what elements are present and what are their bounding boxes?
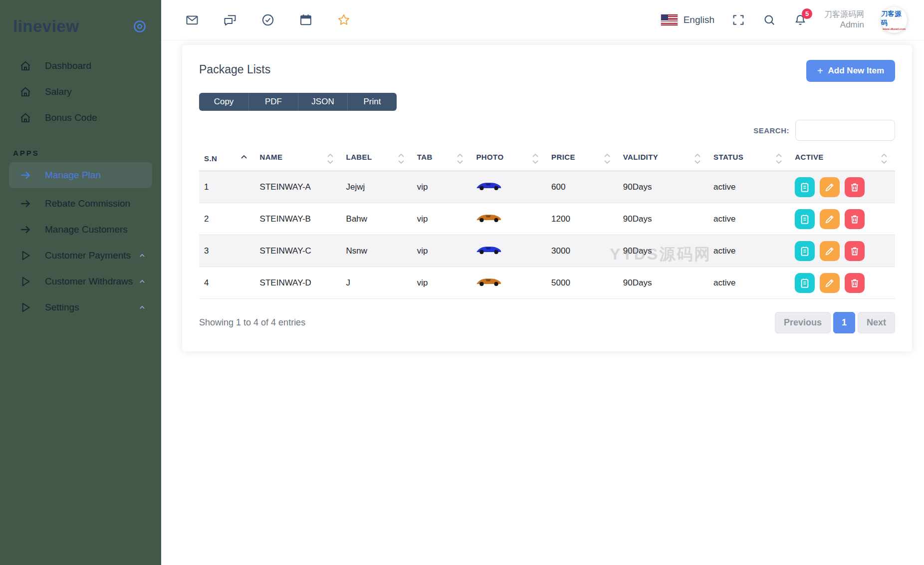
- view-button[interactable]: [795, 209, 815, 229]
- edit-button[interactable]: [820, 209, 840, 229]
- cell-actions: [790, 267, 895, 299]
- cell-sn: 1: [199, 171, 255, 203]
- chevron-up-icon[interactable]: [137, 277, 147, 286]
- car-photo: [476, 244, 502, 256]
- edit-button[interactable]: [820, 241, 840, 261]
- cell-name: STEINWAY-D: [255, 267, 341, 299]
- pagination: Previous 1 Next: [775, 312, 895, 333]
- us-flag-icon: [661, 14, 678, 25]
- delete-button[interactable]: [845, 241, 865, 261]
- sort-desc-icon: [604, 160, 610, 164]
- copy-button[interactable]: Copy: [199, 93, 248, 111]
- calendar-icon[interactable]: [299, 13, 313, 27]
- sidebar-item-dashboard[interactable]: Dashboard: [0, 53, 161, 79]
- cell-validity: 90Days: [618, 235, 708, 267]
- cell-status: active: [708, 203, 790, 235]
- search-icon[interactable]: [762, 13, 776, 27]
- chevron-up-icon[interactable]: [137, 251, 147, 261]
- car-photo: [476, 180, 502, 192]
- sidebar-item-label: Manage Plan: [45, 170, 101, 181]
- view-button[interactable]: [795, 241, 815, 261]
- sidebar-item-label: Manage Customers: [45, 224, 128, 235]
- sidebar-item-label: Customer Payments: [45, 250, 131, 261]
- column-header-sn[interactable]: S.N: [199, 148, 255, 171]
- sidebar-item-label: Customer Withdraws: [45, 276, 133, 287]
- sort-desc-icon: [398, 160, 404, 164]
- cell-actions: [790, 203, 895, 235]
- cell-sn: 2: [199, 203, 255, 235]
- chat-icon[interactable]: [223, 13, 237, 27]
- cell-label: J: [341, 267, 412, 299]
- sidebar-item-settings[interactable]: Settings: [0, 294, 161, 320]
- cell-validity: 90Days: [618, 203, 708, 235]
- check-circle-icon[interactable]: [261, 13, 275, 27]
- chevron-up-icon[interactable]: [137, 302, 147, 312]
- json-button[interactable]: JSON: [298, 93, 347, 111]
- triangle-right-icon: [19, 249, 32, 262]
- sort-asc-icon: [694, 154, 700, 157]
- cell-photo: [471, 203, 546, 235]
- fullscreen-icon[interactable]: [731, 13, 745, 27]
- sidebar-item-label: Salary: [45, 86, 72, 97]
- topbar: English 5 刀客源码网 Admin: [161, 0, 924, 40]
- sidebar-item-manage-plan[interactable]: Manage Plan: [9, 162, 152, 188]
- print-button[interactable]: Print: [347, 93, 397, 111]
- table-header-row: S.N NAME LABEL TAB PHOTO: [199, 148, 895, 171]
- delete-button[interactable]: [845, 273, 865, 293]
- sidebar-toggle-icon[interactable]: [132, 19, 147, 34]
- previous-page-button[interactable]: Previous: [775, 312, 831, 333]
- sort-desc-icon: [881, 160, 887, 164]
- avatar[interactable]: 刀客源码 www.dkewl.com: [881, 7, 907, 33]
- arrow-right-icon: [19, 169, 32, 182]
- column-header-label[interactable]: LABEL: [341, 148, 412, 171]
- cell-validity: 90Days: [618, 267, 708, 299]
- triangle-right-icon: [19, 275, 32, 288]
- pdf-button[interactable]: PDF: [248, 93, 298, 111]
- admin-role: Admin: [824, 19, 864, 30]
- sidebar-item-label: Bonus Code: [45, 112, 97, 123]
- sidebar-item-label: Dashboard: [45, 60, 91, 71]
- notification-badge: 5: [802, 8, 812, 19]
- view-button[interactable]: [795, 177, 815, 197]
- cell-name: STEINWAY-C: [255, 235, 341, 267]
- column-header-photo[interactable]: PHOTO: [471, 148, 546, 171]
- delete-button[interactable]: [845, 177, 865, 197]
- app-logo: lineview: [13, 17, 79, 36]
- sidebar-item-manage-customers[interactable]: Manage Customers: [0, 217, 161, 243]
- delete-button[interactable]: [845, 209, 865, 229]
- next-page-button[interactable]: Next: [858, 312, 895, 333]
- table-row: 1 STEINWAY-A Jejwj vip 600 90Days active: [199, 171, 895, 203]
- bell-icon[interactable]: 5: [793, 13, 807, 27]
- star-icon[interactable]: [337, 13, 351, 27]
- sidebar-item-bonus-code[interactable]: Bonus Code: [0, 105, 161, 131]
- column-header-validity[interactable]: VALIDITY: [618, 148, 708, 171]
- page-1-button[interactable]: 1: [833, 312, 855, 333]
- home-icon: [19, 85, 32, 98]
- cell-status: active: [708, 267, 790, 299]
- column-header-tab[interactable]: TAB: [412, 148, 471, 171]
- cell-photo: [471, 171, 546, 203]
- home-icon: [19, 59, 32, 72]
- column-header-active[interactable]: ACTIVE: [790, 148, 895, 171]
- search-input[interactable]: [795, 120, 895, 141]
- add-new-item-button[interactable]: + Add New Item: [806, 60, 895, 82]
- home-icon: [19, 111, 32, 124]
- avatar-logo-text: 刀客源码: [881, 9, 907, 27]
- column-header-status[interactable]: STATUS: [708, 148, 790, 171]
- language-selector[interactable]: English: [661, 14, 714, 25]
- sidebar-item-salary[interactable]: Salary: [0, 79, 161, 105]
- cell-label: Jejwj: [341, 171, 412, 203]
- view-button[interactable]: [795, 273, 815, 293]
- plus-icon: +: [817, 66, 823, 76]
- sidebar-item-label: Rebate Commission: [45, 198, 130, 209]
- sidebar-item-customer-withdraws[interactable]: Customer Withdraws: [0, 269, 161, 294]
- edit-button[interactable]: [820, 177, 840, 197]
- edit-button[interactable]: [820, 273, 840, 293]
- sidebar-item-rebate-commission[interactable]: Rebate Commission: [0, 191, 161, 217]
- column-header-price[interactable]: PRICE: [546, 148, 618, 171]
- sidebar-item-customer-payments[interactable]: Customer Payments: [0, 243, 161, 269]
- column-header-name[interactable]: NAME: [255, 148, 341, 171]
- sort-asc-icon: [457, 154, 463, 157]
- mail-icon[interactable]: [185, 13, 199, 27]
- page-title: Package Lists: [199, 63, 270, 76]
